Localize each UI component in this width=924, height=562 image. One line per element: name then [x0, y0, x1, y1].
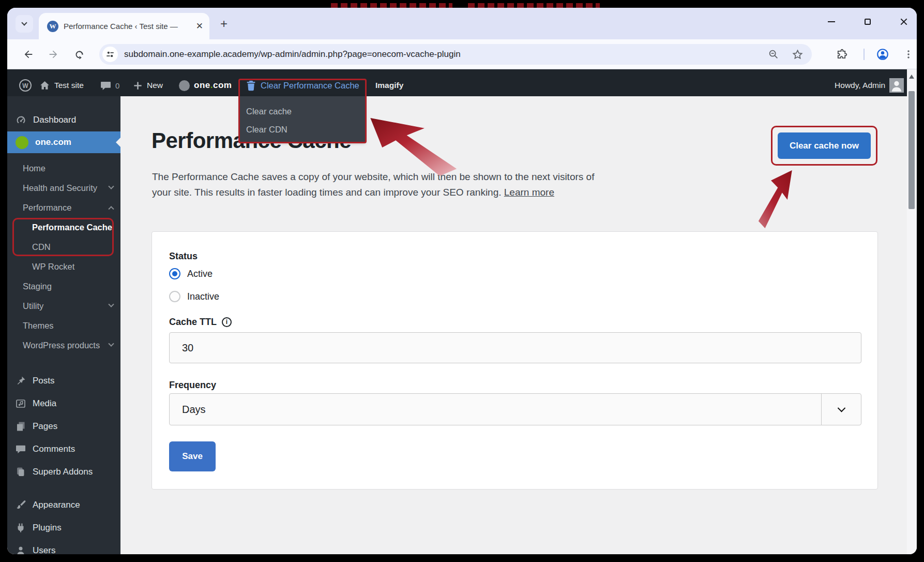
tab-search-button[interactable] — [16, 15, 33, 33]
minimize-icon — [828, 21, 835, 22]
sidebar-item-pages[interactable]: Pages — [7, 415, 120, 438]
browser-toolbar: subdomain.one-example.academy/wp-admin/a… — [7, 39, 917, 69]
kebab-menu-icon — [903, 49, 914, 60]
site-settings-icon[interactable] — [102, 47, 118, 62]
sidebar-item-cdn[interactable]: CDN — [7, 237, 120, 257]
sidebar-item-comments[interactable]: Comments — [7, 438, 120, 461]
sidebar-item-plugins[interactable]: Plugins — [7, 516, 120, 539]
bookmark-button[interactable] — [790, 47, 805, 62]
info-icon[interactable]: i — [222, 317, 232, 327]
status-label: Status — [169, 250, 860, 262]
zoom-out-icon — [768, 49, 779, 60]
comments-bubble[interactable]: 0 — [100, 75, 119, 96]
onecom-circle-icon — [179, 80, 190, 91]
site-name: Test site — [54, 81, 84, 90]
dropdown-item-clear-cache[interactable]: Clear cache — [240, 102, 365, 121]
plug-icon — [16, 523, 26, 533]
select-chevron-box[interactable] — [821, 394, 861, 425]
tab-strip: W Performance Cache ‹ Test site — ✕ + — [7, 8, 917, 39]
new-tab-button[interactable]: + — [216, 16, 232, 32]
active-menu-notch — [116, 138, 120, 147]
sidebar-item-themes[interactable]: Themes — [7, 316, 120, 335]
visit-site-link[interactable]: Test site — [39, 75, 84, 96]
cache-ttl-label: Cache TTL i — [169, 316, 860, 328]
pushpin-icon — [16, 376, 26, 386]
sidebar-item-staging[interactable]: Staging — [7, 276, 120, 296]
scrollbar-up-icon[interactable] — [909, 75, 914, 79]
scrollbar-thumb[interactable] — [908, 91, 915, 209]
clear-cache-now-button[interactable]: Clear cache now — [778, 132, 871, 159]
sidebar-item-performance-cache[interactable]: Performance Cache — [7, 217, 120, 237]
account-menu[interactable]: Howdy, Admin — [835, 75, 904, 96]
radio-selected-icon[interactable] — [169, 268, 180, 279]
dashboard-icon — [16, 115, 26, 126]
dropdown-item-clear-cdn[interactable]: Clear CDN — [240, 121, 365, 139]
page-description: The Performance Cache saves a copy of yo… — [152, 169, 597, 200]
sidebar-item-wordpress-products[interactable]: WordPress products — [7, 335, 120, 355]
sidebar-item-performance[interactable]: Performance — [7, 198, 120, 217]
url-text[interactable]: subdomain.one-example.academy/wp-admin/a… — [124, 49, 757, 60]
sidebar-item-appearance[interactable]: Appearance — [7, 494, 120, 516]
wordpress-logo-icon: W — [19, 79, 32, 92]
url-bar[interactable]: subdomain.one-example.academy/wp-admin/a… — [99, 44, 812, 65]
chevron-down-icon — [837, 404, 845, 412]
users-icon — [16, 545, 26, 554]
window-close-button[interactable] — [895, 15, 913, 28]
sidebar-item-posts[interactable]: Posts — [7, 369, 120, 392]
home-icon — [39, 80, 50, 91]
toolbar-separator — [864, 49, 865, 60]
sidebar-item-health-and-security[interactable]: Health and Security — [7, 178, 120, 198]
sidebar-item-superb-addons[interactable]: Superb Addons — [7, 461, 120, 483]
sidebar-item-wp-rocket[interactable]: WP Rocket — [7, 257, 120, 276]
profile-button[interactable] — [875, 47, 890, 62]
forward-button[interactable] — [46, 47, 61, 62]
puzzle-icon — [836, 49, 847, 61]
sidebar-item-media[interactable]: Media — [7, 392, 120, 415]
settings-card: Status Active Inactive Cache TTL i Frequ… — [152, 231, 878, 490]
chevron-up-icon — [108, 206, 114, 212]
browser-window: W Performance Cache ‹ Test site — ✕ + — [7, 8, 917, 554]
sidebar-item-home[interactable]: Home — [7, 158, 120, 178]
clear-performance-cache-menu[interactable]: Clear Performance Cache — [246, 75, 359, 96]
window-minimize-button[interactable] — [823, 15, 840, 28]
status-option-active[interactable]: Active — [169, 266, 860, 282]
browser-menu-button[interactable] — [901, 47, 916, 62]
sidebar-item-utility[interactable]: Utility — [7, 296, 120, 316]
extensions-button[interactable] — [834, 47, 849, 62]
onecom-submenu: Home Health and Security Performance Per… — [7, 158, 120, 355]
frequency-value: Days — [170, 404, 821, 416]
imagify-menu[interactable]: Imagify — [375, 75, 403, 96]
window-maximize-button[interactable] — [859, 15, 876, 28]
radio-unselected-icon[interactable] — [169, 291, 180, 302]
main-content: Performance Cache The Performance Cache … — [120, 96, 907, 554]
brush-icon — [16, 500, 26, 510]
close-icon — [900, 18, 907, 25]
onecom-green-icon — [16, 136, 28, 149]
sidebar-item-dashboard[interactable]: Dashboard — [7, 109, 120, 131]
tab-close-icon[interactable]: ✕ — [196, 22, 203, 31]
pages-icon — [16, 421, 26, 432]
cache-ttl-input[interactable] — [169, 332, 861, 363]
clipped-background-text — [468, 3, 600, 8]
wp-logo-menu[interactable]: W — [19, 75, 32, 96]
reload-icon — [74, 49, 85, 60]
wordpress-favicon-icon: W — [47, 21, 58, 32]
reload-button[interactable] — [71, 47, 87, 62]
save-button[interactable]: Save — [169, 441, 216, 471]
back-button[interactable] — [21, 47, 36, 62]
plus-icon — [133, 81, 143, 91]
sidebar-item-onecom[interactable]: one.com — [7, 131, 120, 153]
frequency-select[interactable]: Days — [169, 393, 861, 425]
browser-scrollbar[interactable] — [907, 69, 917, 554]
howdy-label: Howdy, Admin — [835, 81, 885, 90]
browser-tab[interactable]: W Performance Cache ‹ Test site — ✕ — [39, 13, 209, 39]
learn-more-link[interactable]: Learn more — [504, 187, 554, 198]
sidebar-item-users[interactable]: Users — [7, 539, 120, 554]
new-content-menu[interactable]: New — [133, 75, 163, 96]
tab-title: Performance Cache ‹ Test site — — [64, 22, 192, 31]
status-option-inactive[interactable]: Inactive — [169, 289, 860, 304]
zoom-button[interactable] — [766, 47, 781, 62]
chevron-down-icon — [108, 341, 114, 347]
frequency-label: Frequency — [169, 379, 860, 391]
onecom-admin-bar-menu[interactable]: one.com — [179, 75, 232, 96]
